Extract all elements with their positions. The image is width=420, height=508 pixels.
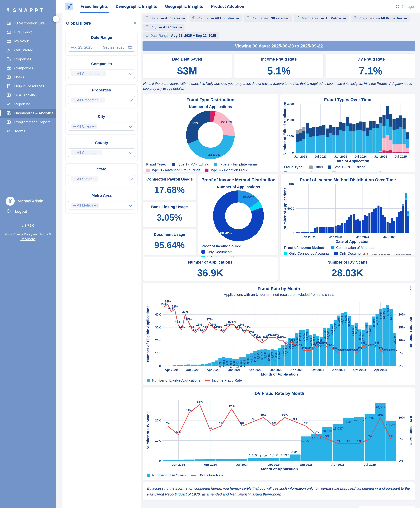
select-properties[interactable]: --- All Properties --- xyxy=(68,96,135,104)
svg-text:47,072: 47,072 xyxy=(386,308,389,316)
powered-label: Powered by Databricks xyxy=(370,253,411,255)
svg-text:20K: 20K xyxy=(155,419,161,422)
sidebar-item-teams[interactable]: Teams xyxy=(0,127,56,135)
filter-chip[interactable]: Companies:30 selected xyxy=(244,15,292,22)
bank-linking-usage-card: Bank Linking Usage 3.05% xyxy=(143,202,196,227)
fraud-rate-by-month-chart[interactable]: 010K20K30K40KApr 2020Oct 2020Apr 2021Oct… xyxy=(146,297,412,377)
charts-row-2: Connected Payroll Usage 17.68% Bank Link… xyxy=(143,174,415,255)
app-version: v 3.79.0 xyxy=(0,224,56,228)
date-start[interactable]: Aug 23, 2025 xyxy=(71,45,92,49)
select-state[interactable]: --- All States --- xyxy=(68,175,135,183)
filter-chip[interactable]: Date Range:Aug 23, 2025 ~ Sep 22, 2025 xyxy=(143,32,219,39)
chip-label: Metro Area: xyxy=(302,16,319,20)
legend-swatch xyxy=(309,165,313,169)
filter-chip[interactable]: Properties:--- All Properties --- xyxy=(351,15,410,22)
kebab-menu-icon[interactable] xyxy=(410,286,411,290)
legend-item: Type 4 - Inception Fraud xyxy=(205,168,248,172)
privacy-policy-link[interactable]: Privacy Policy xyxy=(13,232,32,236)
user-menu[interactable]: Michael Admin xyxy=(0,196,56,206)
svg-text:28,547: 28,547 xyxy=(376,406,385,409)
select-metro-area[interactable]: --- All Metros --- xyxy=(68,201,135,209)
svg-text:0%: 0% xyxy=(398,364,403,368)
sidebar-item-users[interactable]: Users xyxy=(0,73,56,82)
global-filters-panel: Global filters ✕ Date RangeAug 23, 2025→… xyxy=(62,13,141,508)
svg-text:9%: 9% xyxy=(251,418,255,421)
calendar-icon[interactable] xyxy=(128,45,132,50)
arrow-icon: → xyxy=(96,45,100,50)
idv-fraud-rate-by-month-chart[interactable]: 010K20KJan 2024Apr 2024Jul 2024Oct 2024J… xyxy=(146,396,412,472)
svg-text:Apr 2025: Apr 2025 xyxy=(374,368,387,372)
sidebar-item-help-resources[interactable]: Help & Resources xyxy=(0,82,56,90)
app-root: SNAPPT ID Verification LinkFDE InboxMy W… xyxy=(0,0,420,508)
tab-geographic-insights[interactable]: Geographic Insights xyxy=(161,0,207,13)
chevron-down-icon xyxy=(129,124,133,128)
sidebar-item-id-verification-link[interactable]: ID Verification Link xyxy=(0,19,56,28)
sidebar-item-label: SLA Tracking xyxy=(14,93,36,97)
svg-text:Jul 2024: Jul 2024 xyxy=(355,155,367,158)
poi-over-time-chart[interactable]: 0500010KJan 2022Jan 2023Jan 2024Jan 2025… xyxy=(283,182,412,245)
logout-button[interactable]: Logout xyxy=(0,206,56,217)
chart-title: Fraud Rate by Month xyxy=(146,286,412,291)
filter-chip[interactable]: City:--- All Cities --- xyxy=(143,24,184,31)
globe-icon xyxy=(297,16,300,21)
svg-text:Number of IDV Scans: Number of IDV Scans xyxy=(146,411,150,449)
select-value: --- All Companies --- xyxy=(71,71,106,76)
envelope-icon xyxy=(6,30,11,35)
legend-item: Type 1 - PDF Editing xyxy=(328,165,365,169)
svg-text:22%: 22% xyxy=(172,305,178,308)
fraud-type-donut[interactable]: 22.13%43.45%30.99% xyxy=(145,109,275,161)
tab-product-adoption[interactable]: Product Adoption xyxy=(207,0,248,13)
svg-text:16%: 16% xyxy=(231,320,237,324)
svg-text:Apr 2020: Apr 2020 xyxy=(165,368,178,372)
filter-chip[interactable]: County:--- All Counties --- xyxy=(189,15,242,22)
user-name: Michael Admin xyxy=(18,199,43,203)
svg-text:12,464: 12,464 xyxy=(275,352,277,361)
sidebar-item-programmatic-report[interactable]: Programmatic Report xyxy=(0,118,56,127)
filter-chip[interactable]: State:--- All States --- xyxy=(143,15,188,22)
close-icon[interactable]: ✕ xyxy=(133,21,137,26)
select-value: --- All States --- xyxy=(71,176,98,181)
date-end[interactable]: Sep 22, 2025 xyxy=(103,45,124,49)
svg-text:21,667: 21,667 xyxy=(354,419,364,423)
count-label: Number of Applications xyxy=(188,260,232,265)
sidebar-item-fde-inbox[interactable]: FDE Inbox xyxy=(0,28,56,37)
svg-text:41,992: 41,992 xyxy=(344,314,347,323)
sidebar-item-properties[interactable]: Properties xyxy=(0,55,56,64)
legend-label: Only Documents xyxy=(206,250,232,254)
filters-toggle-button[interactable] xyxy=(65,2,73,10)
sidebar-item-dashboards-analytics[interactable]: Dashboards & Analytics xyxy=(0,109,56,118)
tab-fraud-insights[interactable]: Fraud Insights xyxy=(77,0,112,13)
snappt-stack-icon xyxy=(6,8,11,13)
svg-text:13%: 13% xyxy=(197,400,203,403)
svg-text:13%: 13% xyxy=(221,328,226,331)
svg-text:10%: 10% xyxy=(280,336,286,339)
filter-card-companies: Companies--- All Companies --- xyxy=(65,58,138,82)
select-county[interactable]: --- All Counties --- xyxy=(68,149,135,157)
filter-chip[interactable]: Metro Area:--- All Metros --- xyxy=(294,15,348,22)
sidebar-item-companies[interactable]: Companies xyxy=(0,64,56,73)
legend-label: Type 2 - Template Farms xyxy=(289,171,327,172)
sidebar-item-label: Dashboards & Analytics xyxy=(14,111,54,115)
poi-method-donut[interactable]: 15.22%80.42% xyxy=(201,189,276,243)
svg-text:43.45%: 43.45% xyxy=(208,153,220,157)
svg-text:5%: 5% xyxy=(325,435,329,438)
tab-demographic-insights[interactable]: Demographic Insights xyxy=(112,0,161,13)
sidebar-collapse-button[interactable]: ‹ xyxy=(53,15,59,22)
legend-swatch xyxy=(334,252,338,255)
sidebar-item-get-started[interactable]: Get Started xyxy=(0,46,56,55)
sidebar-item-reporting[interactable]: Reporting xyxy=(0,100,56,109)
sidebar-item-sla-tracking[interactable]: SLA Tracking xyxy=(0,90,56,100)
sidebar-item-my-work[interactable]: My Work xyxy=(0,37,56,46)
select-city[interactable]: --- All Cities --- xyxy=(68,122,135,131)
svg-text:Apr 2024: Apr 2024 xyxy=(204,463,217,466)
refresh-status[interactable]: 2m ago xyxy=(395,4,414,9)
count-cards-row: Number of Applications 36.9K Number of I… xyxy=(143,257,415,281)
select-companies[interactable]: --- All Companies --- xyxy=(68,69,135,78)
svg-text:16,878: 16,878 xyxy=(322,429,332,433)
legend-swatch xyxy=(147,379,150,382)
fraud-types-over-time-chart[interactable]: 0100020003000Jan 2023Jul 2023Jan 2024Jul… xyxy=(283,102,412,164)
chart-subtitle: Number of Applications xyxy=(145,105,275,109)
legend-title: Fraud Type: xyxy=(146,162,166,166)
svg-text:6,646: 6,646 xyxy=(239,360,243,367)
date-range-input[interactable]: Aug 23, 2025→Sep 22, 2025 xyxy=(68,43,135,52)
